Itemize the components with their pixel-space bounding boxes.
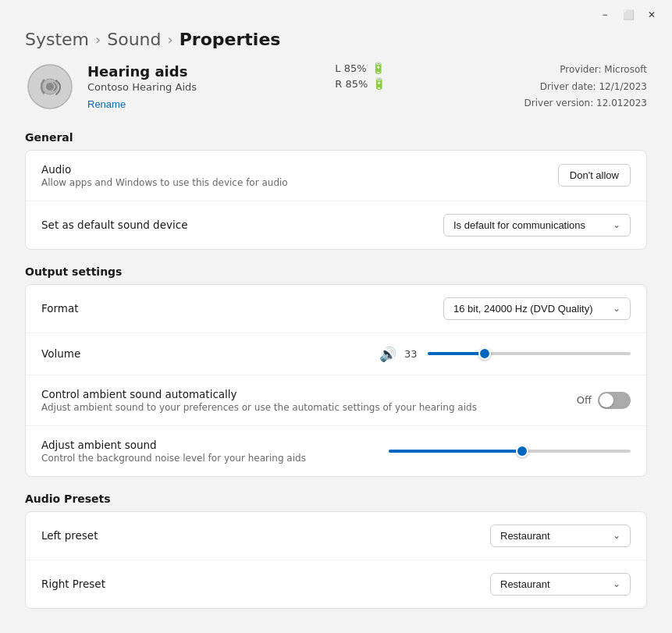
device-name: Hearing aids bbox=[87, 63, 197, 80]
general-section: General Audio Allow apps and Windows to … bbox=[25, 131, 647, 250]
breadcrumb-system[interactable]: System bbox=[25, 30, 89, 49]
device-left: Hearing aids Contoso Hearing Aids Rename bbox=[25, 62, 197, 112]
device-info: Hearing aids Contoso Hearing Aids Rename bbox=[87, 63, 197, 111]
chevron-down-icon: ⌄ bbox=[613, 219, 620, 230]
minimize-button[interactable]: − bbox=[594, 6, 616, 23]
ambient-toggle[interactable] bbox=[598, 392, 631, 409]
audio-row: Audio Allow apps and Windows to use this… bbox=[26, 151, 646, 201]
volume-controls: 🔊 33 bbox=[80, 346, 631, 362]
breadcrumb: System › Sound › Properties bbox=[0, 27, 672, 62]
volume-slider-fill bbox=[428, 352, 485, 355]
breadcrumb-current: Properties bbox=[180, 30, 281, 49]
volume-row: Volume 🔊 33 bbox=[26, 333, 646, 375]
adjust-label: Adjust ambient sound bbox=[41, 439, 306, 451]
ambient-text: Control ambient sound automatically Adju… bbox=[41, 388, 477, 413]
left-preset-dropdown[interactable]: Restaurant ⌄ bbox=[490, 525, 631, 547]
format-row: Format 16 bit, 24000 Hz (DVD Quality) ⌄ bbox=[26, 285, 646, 333]
output-settings-title: Output settings bbox=[25, 265, 647, 278]
driver-date-text: Driver date: 12/1/2023 bbox=[524, 79, 647, 96]
format-dropdown[interactable]: 16 bit, 24000 Hz (DVD Quality) ⌄ bbox=[443, 297, 631, 320]
provider-text: Provider: Microsoft bbox=[524, 62, 647, 79]
breadcrumb-sound[interactable]: Sound bbox=[107, 30, 161, 49]
audio-presets-title: Audio Presets bbox=[25, 493, 647, 505]
dont-allow-button[interactable]: Don't allow bbox=[558, 164, 631, 187]
left-preset-row: Left preset Restaurant ⌄ bbox=[26, 512, 646, 560]
default-device-row: Set as default sound device Is default f… bbox=[26, 201, 646, 249]
ambient-sublabel: Adjust ambient sound to your preferences… bbox=[41, 402, 477, 413]
battery-right-row: R 85% 🔋 bbox=[335, 77, 386, 90]
right-preset-label: Right Preset bbox=[41, 578, 105, 590]
main-content: Hearing aids Contoso Hearing Aids Rename… bbox=[0, 62, 672, 633]
ambient-toggle-wrap: Off bbox=[577, 392, 631, 409]
driver-info: Provider: Microsoft Driver date: 12/1/20… bbox=[524, 62, 647, 112]
default-device-value: Is default for communications bbox=[453, 219, 585, 231]
adjust-text-group: Adjust ambient sound Control the backgro… bbox=[41, 439, 306, 464]
volume-slider-thumb[interactable] bbox=[478, 347, 491, 360]
volume-icon: 🔊 bbox=[379, 346, 396, 362]
ambient-toggle-label: Off bbox=[577, 394, 592, 406]
default-device-label: Set as default sound device bbox=[41, 219, 187, 231]
volume-label: Volume bbox=[41, 347, 80, 360]
battery-left-icon: 🔋 bbox=[372, 62, 385, 74]
right-preset-chevron-icon: ⌄ bbox=[613, 578, 620, 589]
volume-slider-track bbox=[428, 352, 631, 355]
volume-slider-container bbox=[428, 346, 631, 361]
format-chevron-icon: ⌄ bbox=[613, 303, 620, 314]
audio-presets-section: Audio Presets Left preset Restaurant ⌄ R… bbox=[25, 493, 647, 609]
adjust-ambient-row: Adjust ambient sound Control the backgro… bbox=[26, 426, 646, 476]
left-preset-chevron-icon: ⌄ bbox=[613, 530, 620, 541]
audio-label: Audio bbox=[41, 163, 288, 176]
audio-label-group: Audio Allow apps and Windows to use this… bbox=[41, 163, 288, 188]
title-bar: − ⬜ ✕ bbox=[0, 0, 672, 27]
left-preset-label: Left preset bbox=[41, 529, 98, 542]
adjust-slider-thumb[interactable] bbox=[516, 445, 528, 457]
adjust-slider-fill bbox=[389, 450, 522, 453]
driver-version-text: Driver version: 12.012023 bbox=[524, 95, 647, 112]
battery-right-label: R 85% bbox=[335, 78, 368, 90]
adjust-slider-track bbox=[389, 450, 631, 453]
battery-left-row: L 85% 🔋 bbox=[335, 62, 386, 74]
breadcrumb-sep-2: › bbox=[168, 31, 173, 48]
left-preset-value: Restaurant bbox=[500, 530, 550, 542]
ambient-label: Control ambient sound automatically bbox=[41, 388, 477, 400]
device-icon bbox=[25, 62, 75, 112]
right-preset-value: Restaurant bbox=[500, 578, 550, 590]
adjust-sublabel: Control the background noise level for y… bbox=[41, 453, 306, 464]
adjust-slider-container bbox=[389, 443, 631, 459]
right-preset-row: Right Preset Restaurant ⌄ bbox=[26, 560, 646, 608]
right-preset-dropdown[interactable]: Restaurant ⌄ bbox=[490, 573, 631, 596]
device-model: Contoso Hearing Aids bbox=[87, 81, 197, 93]
format-label: Format bbox=[41, 302, 79, 315]
format-value: 16 bit, 24000 Hz (DVD Quality) bbox=[453, 303, 592, 315]
battery-info: L 85% 🔋 R 85% 🔋 bbox=[335, 62, 386, 90]
ambient-control-row: Control ambient sound automatically Adju… bbox=[26, 375, 646, 426]
battery-right-icon: 🔋 bbox=[372, 77, 386, 90]
default-device-dropdown[interactable]: Is default for communications ⌄ bbox=[443, 214, 631, 236]
general-title: General bbox=[25, 131, 647, 144]
general-card: Audio Allow apps and Windows to use this… bbox=[25, 150, 647, 250]
output-settings-card: Format 16 bit, 24000 Hz (DVD Quality) ⌄ … bbox=[25, 284, 647, 477]
battery-left-label: L 85% bbox=[335, 62, 366, 74]
device-header: Hearing aids Contoso Hearing Aids Rename… bbox=[25, 62, 647, 112]
output-settings-section: Output settings Format 16 bit, 24000 Hz … bbox=[25, 265, 647, 477]
rename-button[interactable]: Rename bbox=[87, 98, 126, 110]
audio-sublabel: Allow apps and Windows to use this devic… bbox=[41, 177, 288, 188]
volume-value: 33 bbox=[404, 348, 420, 360]
breadcrumb-sep-1: › bbox=[95, 31, 101, 48]
audio-presets-card: Left preset Restaurant ⌄ Right Preset Re… bbox=[25, 511, 647, 609]
toggle-knob bbox=[599, 393, 613, 407]
close-button[interactable]: ✕ bbox=[641, 6, 663, 23]
restore-button[interactable]: ⬜ bbox=[617, 6, 639, 23]
svg-point-2 bbox=[46, 83, 54, 91]
